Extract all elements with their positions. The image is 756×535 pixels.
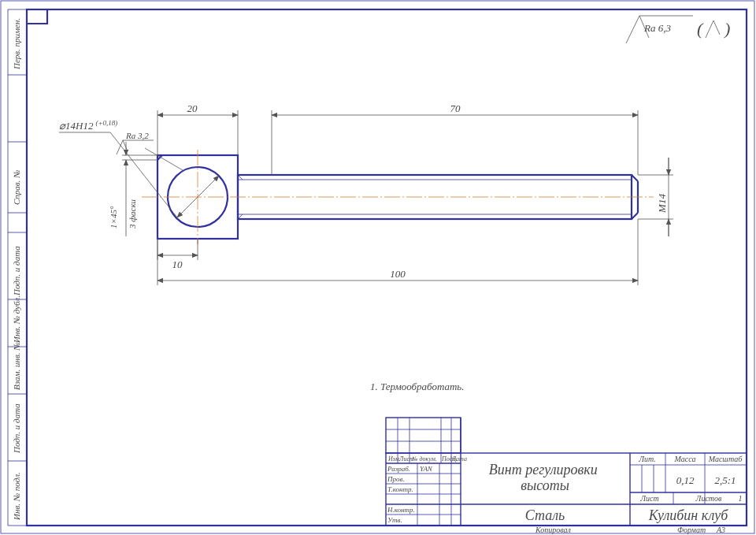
org-label: Кулибин клуб [648,507,728,523]
svg-text:YAN: YAN [420,465,433,473]
dim-chamfer: 1×45° 3 фаски [109,142,158,236]
svg-text:100: 100 [390,268,406,280]
inner-border [27,9,747,526]
svg-line-47 [177,176,219,217]
svg-text:Лист: Лист [639,494,658,503]
left-cell-1: Подп. и дата [12,403,21,454]
svg-text:0,12: 0,12 [676,474,695,486]
dim-head-20: 20 [158,102,238,155]
dim-overall-100: 100 [158,219,638,285]
svg-text:Масса: Масса [674,455,696,463]
svg-text:M14: M14 [656,194,668,214]
svg-text:⌀14H12(+0,18): ⌀14H12(+0,18) [59,119,117,132]
svg-text:(: ( [697,19,704,39]
svg-text:Дата: Дата [451,455,467,463]
drawing-title: Винт регулировки высоты [489,462,602,493]
dim-thread-m14: M14 [638,158,673,236]
svg-line-48 [110,132,177,217]
svg-text:Разраб.: Разраб. [387,465,410,473]
svg-text:Н.контр.: Н.контр. [387,506,415,514]
left-cell-6: Перв. примен. [12,18,21,70]
svg-rect-58 [386,418,461,453]
left-margin-cells: Инв. № подл. Подп. и дата Взам. инв. № И… [8,18,27,521]
left-cell-3: Инв. № дубл. [12,295,21,344]
svg-text:Копировал: Копировал [535,526,572,534]
svg-text:А3: А3 [716,526,725,534]
drawing-sheet: Инв. № подл. Подп. и дата Взам. инв. № И… [0,0,756,535]
svg-line-51 [145,148,183,170]
svg-text:10: 10 [172,258,183,270]
svg-text:Масштаб: Масштаб [708,455,743,463]
svg-text:1×45°: 1×45° [109,206,118,228]
dim-shaft-70: 70 [272,102,638,175]
svg-text:3 фаски: 3 фаски [128,199,137,229]
svg-text:№ докум.: № докум. [411,455,437,463]
material-label: Сталь [525,507,565,523]
tech-note-1: 1. Термообработать. [370,381,465,392]
svg-text:70: 70 [450,102,461,114]
left-cell-0: Инв. № подл. [12,472,21,521]
svg-text:Листов: Листов [695,494,722,503]
svg-text:Т.контр.: Т.контр. [387,485,413,493]
surf-hole-ra: Ra 3,2 [117,131,183,170]
svg-text:1: 1 [739,494,743,503]
corner-notch [27,9,47,24]
svg-text:Утв.: Утв. [387,516,402,524]
dim-offset-10: 10 [158,239,198,270]
surf-default: Ra 6,3 ( ) [626,16,730,43]
left-cell-5: Справ. № [12,170,21,205]
left-cell-4: Подп. и дата [12,246,21,296]
svg-text:): ) [723,19,730,39]
svg-text:Пров.: Пров. [387,475,405,483]
svg-line-14 [632,213,638,219]
svg-text:20: 20 [187,102,198,114]
left-cell-2: Взам. инв. № [12,342,21,390]
title-block: Изм. Лист № докум. Подп. Дата Разраб. YA… [386,418,747,534]
part-view [142,150,654,244]
svg-text:Ra 6,3: Ra 6,3 [643,22,671,34]
svg-text:Формат: Формат [677,526,706,534]
svg-text:2,5:1: 2,5:1 [714,474,736,486]
svg-text:Лит.: Лит. [638,455,656,463]
svg-text:Ra 3,2: Ra 3,2 [125,131,149,140]
svg-line-13 [632,175,638,181]
